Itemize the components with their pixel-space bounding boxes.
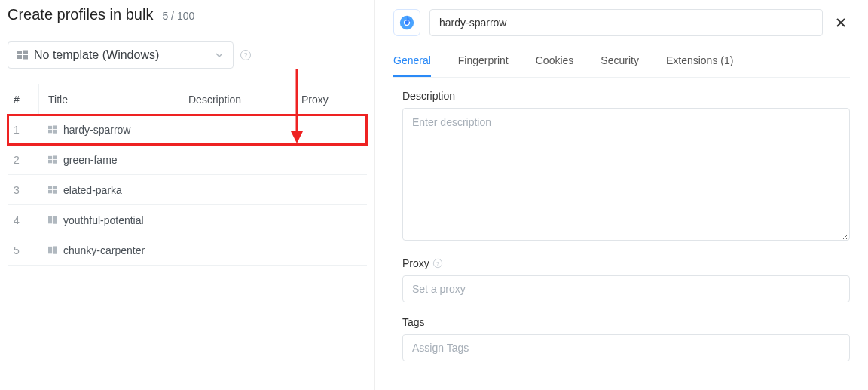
- tab-extensions[interactable]: Extensions (1): [666, 50, 733, 77]
- svg-rect-15: [48, 186, 52, 189]
- tab-cookies[interactable]: Cookies: [536, 50, 574, 77]
- table-row[interactable]: 4 youthful-potential: [8, 205, 367, 235]
- tab-general[interactable]: General: [393, 50, 431, 77]
- svg-rect-9: [48, 130, 52, 133]
- close-button[interactable]: [832, 14, 850, 32]
- row-index: 3: [8, 184, 39, 196]
- proxy-help-icon[interactable]: ?: [432, 258, 443, 269]
- col-title: Title: [39, 84, 182, 114]
- tab-fingerprint[interactable]: Fingerprint: [458, 50, 509, 77]
- windows-icon: [48, 186, 57, 195]
- svg-rect-21: [48, 220, 52, 223]
- row-index: 1: [8, 124, 39, 136]
- svg-rect-24: [53, 246, 57, 250]
- description-input[interactable]: [402, 108, 850, 241]
- template-select[interactable]: No template (Windows): [8, 41, 234, 69]
- col-proxy: Proxy: [295, 84, 371, 114]
- col-description: Description: [182, 84, 295, 114]
- svg-rect-19: [48, 216, 52, 219]
- svg-rect-8: [53, 125, 57, 129]
- svg-rect-2: [17, 55, 22, 59]
- template-help-icon[interactable]: ?: [240, 49, 252, 61]
- windows-icon: [17, 50, 28, 60]
- svg-rect-25: [48, 250, 52, 253]
- svg-rect-26: [53, 250, 57, 254]
- table-row[interactable]: 3 elated-parka: [8, 175, 367, 205]
- windows-icon: [48, 155, 57, 164]
- svg-rect-13: [48, 160, 52, 163]
- svg-rect-10: [53, 130, 57, 134]
- tags-input[interactable]: [402, 334, 850, 361]
- annotation-arrow: [289, 69, 304, 145]
- page-title: Create profiles in bulk: [8, 6, 153, 23]
- svg-rect-22: [53, 220, 57, 224]
- svg-text:?: ?: [243, 51, 247, 59]
- chevron-down-icon: [215, 51, 224, 60]
- row-title: youthful-potential: [63, 214, 144, 226]
- table-row[interactable]: 1 hardy-sparrow: [8, 115, 367, 145]
- tags-label: Tags: [402, 316, 850, 328]
- svg-rect-3: [23, 55, 28, 60]
- profile-name-input[interactable]: [429, 9, 823, 36]
- row-index: 2: [8, 154, 39, 166]
- row-title: chunky-carpenter: [63, 244, 145, 256]
- svg-rect-11: [48, 155, 52, 158]
- svg-rect-0: [17, 51, 22, 54]
- template-label: No template (Windows): [34, 48, 159, 62]
- profiles-table: # Title Description Proxy 1 hardy-sparro…: [8, 84, 367, 266]
- svg-rect-12: [53, 155, 57, 159]
- proxy-input[interactable]: [402, 275, 850, 302]
- browser-icon: [393, 9, 420, 36]
- row-title: hardy-sparrow: [63, 124, 130, 136]
- svg-rect-17: [48, 190, 52, 193]
- tabs: General Fingerprint Cookies Security Ext…: [393, 50, 850, 78]
- svg-rect-7: [48, 125, 52, 128]
- svg-rect-18: [53, 190, 57, 194]
- windows-icon: [48, 246, 57, 255]
- row-title: green-fame: [63, 154, 118, 166]
- tab-security[interactable]: Security: [601, 50, 639, 77]
- table-row[interactable]: 2 green-fame: [8, 145, 367, 175]
- windows-icon: [48, 216, 57, 225]
- svg-rect-16: [53, 186, 57, 189]
- windows-icon: [48, 125, 57, 134]
- profile-count: 5 / 100: [162, 10, 194, 22]
- svg-rect-14: [53, 160, 57, 164]
- svg-rect-20: [53, 216, 57, 220]
- proxy-label: Proxy: [402, 257, 429, 269]
- svg-rect-23: [48, 246, 52, 249]
- svg-rect-1: [23, 51, 28, 55]
- description-label: Description: [402, 90, 850, 102]
- row-title: elated-parka: [63, 184, 122, 196]
- svg-text:?: ?: [436, 261, 439, 266]
- row-index: 5: [8, 244, 39, 256]
- table-row[interactable]: 5 chunky-carpenter: [8, 235, 367, 266]
- row-index: 4: [8, 214, 39, 226]
- col-index: #: [8, 84, 39, 114]
